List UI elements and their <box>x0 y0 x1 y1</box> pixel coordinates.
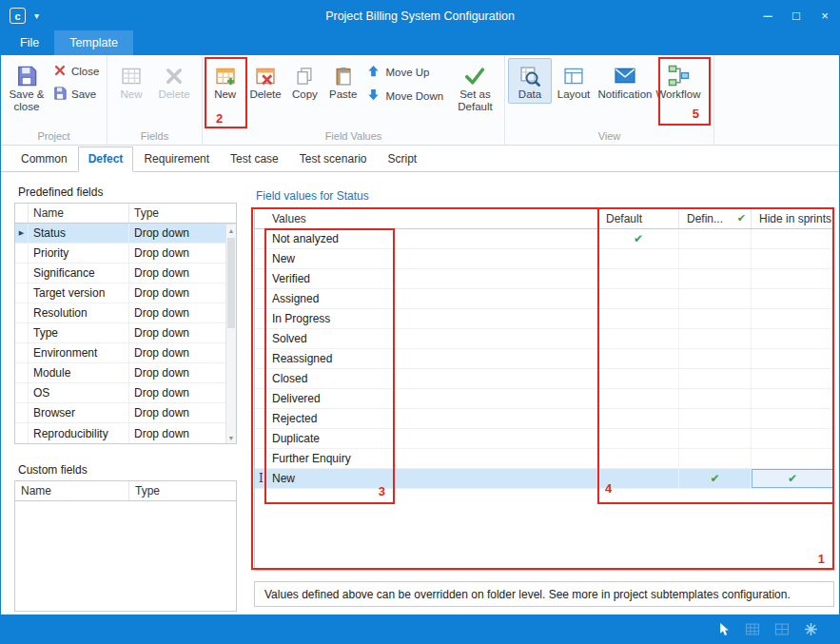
defined-check-cell[interactable] <box>679 429 752 448</box>
defined-check-cell[interactable] <box>679 309 752 328</box>
hide-check-cell[interactable] <box>752 409 833 428</box>
table-row[interactable]: Module Drop down <box>15 363 236 383</box>
value-row-selected[interactable]: New ✔ ✔ <box>255 469 833 489</box>
hide-check-cell[interactable] <box>752 349 833 368</box>
defined-check-cell[interactable] <box>679 229 752 248</box>
table-row[interactable]: Priority Drop down <box>15 244 236 263</box>
default-check-cell[interactable] <box>598 409 679 428</box>
default-check-cell[interactable]: ✔ <box>598 229 679 248</box>
view-layout-button[interactable]: Layout <box>552 58 596 104</box>
save-and-close-button[interactable]: Save & close <box>4 58 49 116</box>
tab-test-case[interactable]: Test case <box>220 146 289 172</box>
table-row[interactable]: Significance Drop down <box>15 263 236 283</box>
hide-check-cell[interactable] <box>752 249 833 268</box>
view-notification-button[interactable]: Notification <box>596 58 654 104</box>
table-row[interactable]: Resolution Drop down <box>15 303 236 323</box>
vertical-scrollbar[interactable]: ▲ ▼ <box>225 224 236 443</box>
value-row[interactable]: Verified <box>255 269 833 289</box>
default-check-cell[interactable] <box>598 349 679 368</box>
default-check-cell[interactable] <box>598 369 679 388</box>
value-row[interactable]: Closed <box>255 369 833 389</box>
defined-check-cell[interactable] <box>679 389 752 408</box>
table-row[interactable]: ▶ Status Drop down <box>15 224 236 244</box>
default-check-cell[interactable] <box>598 249 679 268</box>
cells-view-icon[interactable] <box>774 623 790 635</box>
default-column-header[interactable]: Default <box>598 208 679 228</box>
default-check-cell[interactable] <box>598 329 679 348</box>
tab-script[interactable]: Script <box>377 146 427 172</box>
value-row[interactable]: Solved <box>255 329 833 349</box>
value-row[interactable]: Further Enquiry <box>255 449 833 469</box>
table-row[interactable]: Type Drop down <box>15 323 236 343</box>
tab-common[interactable]: Common <box>10 146 78 172</box>
hide-check-cell[interactable] <box>752 429 833 448</box>
hide-check-cell[interactable] <box>752 389 833 408</box>
default-check-cell[interactable] <box>598 269 679 288</box>
table-row[interactable]: Browser Drop down <box>15 403 236 423</box>
hide-check-cell[interactable] <box>752 229 833 248</box>
hide-check-cell[interactable] <box>752 289 833 308</box>
value-row[interactable]: Duplicate <box>255 429 833 449</box>
defined-check-cell[interactable] <box>679 289 752 308</box>
default-check-cell[interactable] <box>598 309 679 328</box>
defined-check-cell[interactable] <box>679 329 752 348</box>
view-data-button[interactable]: Data <box>508 58 552 104</box>
app-icon[interactable]: c <box>10 8 26 24</box>
hide-check-cell[interactable] <box>752 329 833 348</box>
default-check-cell[interactable] <box>598 389 679 408</box>
defined-check-cell[interactable] <box>679 369 752 388</box>
value-row[interactable]: In Progress <box>255 309 833 329</box>
scroll-up-icon[interactable]: ▲ <box>226 224 236 236</box>
tab-test-scenario[interactable]: Test scenario <box>289 146 378 172</box>
grid-view-icon[interactable] <box>745 623 760 635</box>
hide-check-cell[interactable] <box>752 309 833 328</box>
field-values-delete-button[interactable]: Delete <box>244 58 285 104</box>
value-row[interactable]: Assigned <box>255 289 833 309</box>
values-column-header[interactable]: Values <box>255 208 598 228</box>
hide-check-cell[interactable]: ✔ <box>752 469 833 488</box>
maximize-button[interactable]: □ <box>782 1 811 30</box>
save-button[interactable]: Save <box>53 87 99 102</box>
defined-check-cell[interactable]: ✔ <box>679 469 752 488</box>
close-button[interactable]: × <box>811 1 839 30</box>
tab-file[interactable]: File <box>5 30 54 55</box>
defined-column-header[interactable]: Defin...✔ <box>679 208 752 228</box>
quick-access-icon[interactable]: ▾ <box>34 10 39 21</box>
pointer-icon[interactable] <box>718 622 731 636</box>
value-row[interactable]: New <box>255 249 833 269</box>
scroll-down-icon[interactable]: ▼ <box>226 432 236 443</box>
type-column-header[interactable]: Type <box>129 204 236 223</box>
copy-button[interactable]: Copy <box>286 58 323 104</box>
value-row[interactable]: Delivered <box>255 389 833 409</box>
move-up-button[interactable]: Move Up <box>366 64 444 80</box>
defined-check-cell[interactable] <box>679 349 752 368</box>
default-check-cell[interactable] <box>598 449 679 468</box>
defined-check-cell[interactable] <box>679 249 752 268</box>
paste-button[interactable]: Paste <box>323 58 362 104</box>
name-column-header[interactable]: Name <box>15 481 129 500</box>
set-as-default-button[interactable]: Set as Default <box>449 58 501 116</box>
table-row[interactable]: Reproducibility Drop down <box>15 423 236 443</box>
table-row[interactable]: Environment Drop down <box>15 343 236 363</box>
scrollbar-thumb[interactable] <box>227 238 235 328</box>
hide-check-cell[interactable] <box>752 369 833 388</box>
burst-icon[interactable] <box>804 622 818 636</box>
tab-requirement[interactable]: Requirement <box>133 146 220 172</box>
type-column-header[interactable]: Type <box>129 481 236 500</box>
field-values-new-button[interactable]: New <box>205 58 244 104</box>
table-row[interactable]: OS Drop down <box>15 383 236 403</box>
defined-check-cell[interactable] <box>679 449 752 468</box>
defined-check-cell[interactable] <box>679 269 752 288</box>
default-check-cell[interactable] <box>598 289 679 308</box>
table-row[interactable]: Target version Drop down <box>15 283 236 303</box>
view-workflow-button[interactable]: Workflow <box>654 58 702 104</box>
default-check-cell[interactable] <box>598 469 679 488</box>
tab-template[interactable]: Template <box>54 30 133 55</box>
minimize-button[interactable]: ─ <box>753 1 782 30</box>
value-row[interactable]: Reassigned <box>255 349 833 369</box>
hide-column-header[interactable]: Hide in sprints <box>752 208 833 228</box>
tab-defect[interactable]: Defect <box>78 146 134 172</box>
value-row[interactable]: Not analyzed ✔ <box>255 229 833 249</box>
close-button-ribbon[interactable]: Close <box>53 64 99 79</box>
move-down-button[interactable]: Move Down <box>366 88 444 104</box>
